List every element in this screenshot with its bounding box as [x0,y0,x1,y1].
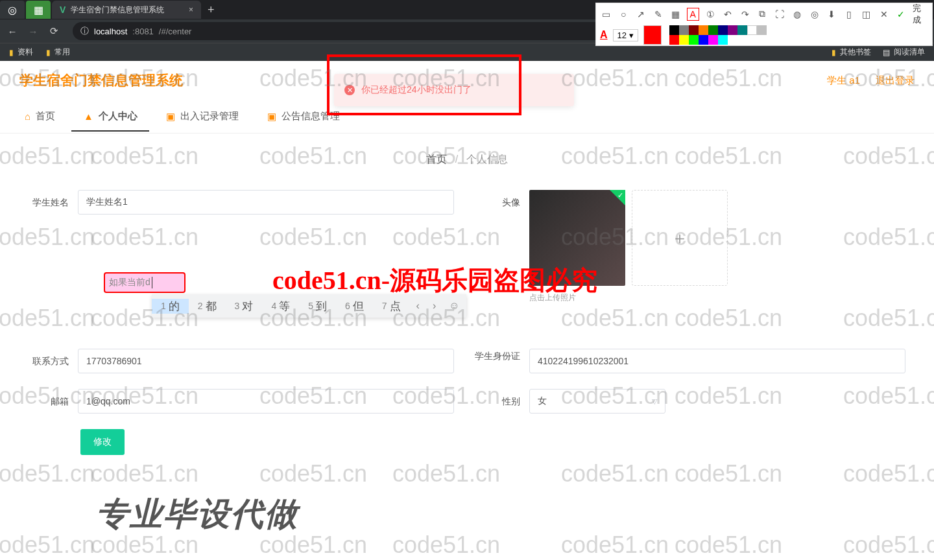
swatch[interactable] [679,25,689,35]
forward-icon[interactable]: → [27,26,39,37]
sex-select[interactable]: 女 ▽ [529,389,665,414]
font-size-select[interactable]: 12▾ [613,29,638,41]
back-icon[interactable]: ← [6,26,18,37]
current-user[interactable]: 学生 a1 [827,75,860,87]
crumb-sep: / [455,154,458,165]
check-icon[interactable]: ✓ [895,8,907,21]
watermark: code51.cn [675,531,782,559]
submit-button[interactable]: 修改 [80,429,125,455]
swatch[interactable] [757,25,767,35]
reload-icon[interactable]: ⟳ [48,25,60,37]
bookmark-item-2[interactable]: ▮常用 [46,47,70,58]
url-path: /#/center [159,27,192,36]
records-icon: ▣ [166,111,175,122]
t2-icon[interactable]: ◍ [791,8,803,21]
phone-label: 联系方式 [16,349,78,373]
system-tab-2[interactable]: ▦ [26,1,51,19]
swatch[interactable] [669,35,679,45]
phone-input[interactable] [78,349,454,373]
ime-composition-input[interactable]: 如果当前d [104,272,186,293]
current-color-swatch[interactable] [643,25,662,45]
avatar-upload-button[interactable]: ＋ [632,190,728,286]
mosaic-tool-icon[interactable]: ▦ [669,8,682,21]
expand-icon[interactable]: ⛶ [774,8,786,21]
logout-link[interactable]: 退出登录 [876,75,915,87]
bookmark-label: 阅读清单 [894,47,925,58]
watermark: code51.cn [0,531,95,559]
color-palette [669,25,767,45]
bookmark-label: 资料 [18,47,33,58]
ime-emoji-icon[interactable]: ☺ [442,300,466,312]
bookmark-item-1[interactable]: ▮资料 [9,47,33,58]
swatch[interactable] [728,25,737,35]
system-tab-1[interactable]: ◎ [0,1,25,19]
t1-icon[interactable]: ⧉ [756,8,769,21]
email-input[interactable] [78,389,454,414]
email-label: 邮箱 [16,389,78,414]
bookmark-label: 常用 [54,47,70,58]
browser-tab[interactable]: V 学生宿舍门禁信息管理系统 × [52,1,201,19]
reading-list[interactable]: ▤阅读清单 [883,47,925,58]
pen-tool-icon[interactable]: ✎ [652,8,664,21]
info-icon: ⓘ [80,25,89,37]
idcard-input[interactable] [529,349,905,373]
ime-next-icon[interactable]: › [426,300,442,312]
download-icon[interactable]: ⬇ [826,8,838,21]
swatch[interactable] [679,35,689,45]
ime-candidate[interactable]: 3对 [226,299,263,314]
swatch[interactable] [699,25,708,35]
sex-label: 性别 [467,389,529,414]
swatch[interactable] [689,25,699,35]
ime-candidate[interactable]: 4等 [262,299,299,314]
ime-prev-icon[interactable]: ‹ [410,300,426,312]
ime-candidate[interactable]: 6但 [336,299,373,314]
new-tab-button[interactable]: + [208,3,215,17]
tab-close-icon[interactable]: × [189,5,193,14]
list-icon: ▤ [883,48,890,57]
nav-label: 首页 [36,110,55,122]
annotation-text: code51.cn-源码乐园盗图必究 [272,262,597,298]
nav-home[interactable]: ⌂首页 [10,100,69,134]
swatch[interactable] [747,25,757,35]
ime-candidate[interactable]: 5到 [299,299,336,314]
nav-underline [71,130,149,132]
ime-candidate[interactable]: 7点 [373,299,410,314]
swatch[interactable] [699,35,708,45]
swatch[interactable] [689,35,699,45]
undo-icon[interactable]: ↶ [721,8,734,21]
swatch[interactable] [737,25,747,35]
ime-candidate[interactable]: 2都 [189,299,226,314]
swatch[interactable] [718,25,728,35]
swatch[interactable] [708,35,718,45]
swatch[interactable] [718,35,728,45]
crumb-current: 个人信息 [466,154,508,165]
check-icon: ✓ [610,190,625,205]
text-tool-icon[interactable]: A [687,8,699,21]
swatch[interactable] [708,25,718,35]
sex-value: 女 [538,395,547,407]
target-icon[interactable]: ◎ [808,8,820,21]
name-input[interactable] [78,190,454,215]
redo-icon[interactable]: ↷ [739,8,751,21]
font-color-icon[interactable]: A [600,29,608,41]
rect-tool-icon[interactable]: ▭ [600,8,612,21]
crumb-home[interactable]: 首页 [426,154,447,165]
nav-profile[interactable]: ▲个人中心 [69,100,152,134]
swatch[interactable] [669,25,679,35]
idcard-label: 学生身份证 [467,349,529,362]
font-size-value: 12 [617,30,627,40]
done-button[interactable]: 完成 [913,3,928,26]
footer-ad-text: 专业毕设代做 [96,493,298,536]
circle-tool-icon[interactable]: ○ [617,8,630,21]
close-icon[interactable]: ✕ [878,8,890,21]
number-tool-icon[interactable]: ① [704,8,717,21]
nav-records[interactable]: ▣出入记录管理 [152,100,253,134]
screenshot-edit-toolbar: ▭ ○ ↗ ✎ ▦ A ① ↶ ↷ ⧉ ⛶ ◍ ◎ ⬇ ▯ ◫ ✕ ✓ 完成 A… [595,3,933,46]
alert-toast: ✕ 你已经超过24小时没出门了 [334,74,574,106]
pin-icon[interactable]: ◫ [860,8,872,21]
phone-icon[interactable]: ▯ [843,8,856,21]
address-bar[interactable]: ⓘ localhost:8081/#/center [73,22,654,40]
ime-candidate[interactable]: 1的 [152,299,189,314]
other-bookmarks[interactable]: ▮其他书签 [832,47,871,58]
arrow-tool-icon[interactable]: ↗ [635,8,647,21]
